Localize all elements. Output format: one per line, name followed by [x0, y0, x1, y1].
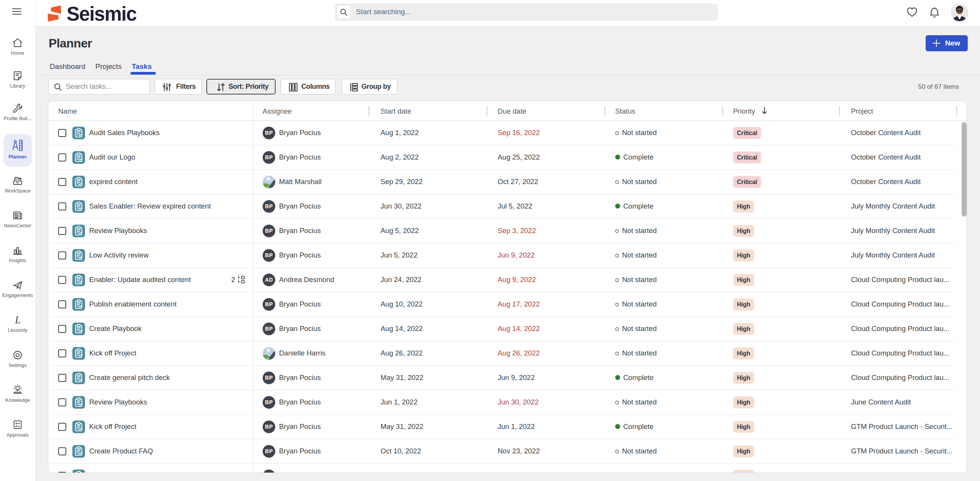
- svg-text:L: L: [15, 314, 21, 326]
